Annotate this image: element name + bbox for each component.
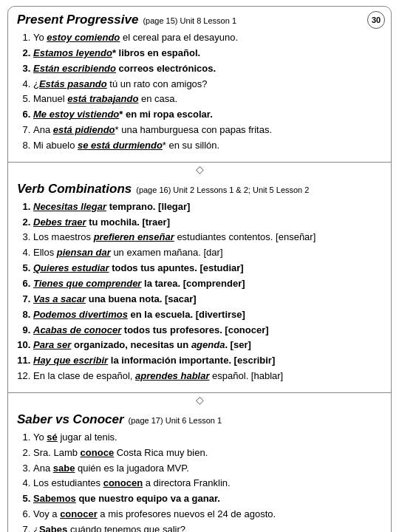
list-item: Acabas de conocer todos tus profesores. …: [33, 324, 382, 338]
item-text: Voy a: [33, 508, 60, 519]
item-text: ¿: [33, 78, 39, 89]
item-text: en la escuela. [divertirse]: [128, 309, 245, 320]
list-item: Vas a sacar una buena nota. [sacar]: [33, 293, 382, 307]
item-text: estudiantes contentos. [enseñar]: [174, 231, 316, 242]
section-2: Saber vs Conocer(page 17) Unit 6 Lesson …: [8, 406, 391, 532]
item-text: todos tus profesores. [conocer]: [121, 324, 268, 335]
item-text: una buena nota. [sacar]: [86, 293, 197, 304]
list-item: Los maestros prefieren enseñar estudiant…: [33, 231, 382, 245]
item-text: Me estoy vistiendo: [33, 109, 119, 120]
list-item: Yo estoy comiendo el cereal para el desa…: [33, 31, 382, 45]
section-meta: (page 17) Unit 6 Lesson 1: [129, 416, 222, 425]
item-text: temprano. [llegar]: [106, 201, 190, 212]
item-text: Para ser: [33, 339, 71, 350]
item-text: está trabajando: [67, 93, 138, 104]
item-text: quién es la jugadora MVP.: [75, 463, 188, 474]
section-header: Verb Combinations(page 16) Unit 2 Lesson…: [17, 182, 382, 197]
list-item: Voy a conocer a mis profesores nuevos el…: [33, 508, 382, 522]
section-list: Necesitas llegar temprano. [llegar]Debes…: [17, 200, 382, 383]
section-title: Saber vs Conocer: [17, 412, 124, 427]
item-text: Sabemos: [33, 493, 76, 504]
item-text: Están escribiendo: [33, 63, 116, 74]
list-item: Hay que escribir la información importan…: [33, 354, 382, 368]
item-text: Estás pasando: [39, 78, 107, 89]
item-text: que nuestro equipo va a ganar.: [76, 493, 220, 504]
item-text: Costa Rica muy bien.: [114, 447, 208, 458]
section-divider: ◇: [8, 163, 391, 176]
item-text: a directora Franklin.: [143, 477, 231, 488]
page-badge: 30: [367, 11, 385, 29]
item-text: estoy comiendo: [47, 32, 120, 43]
item-text: Debes traer: [33, 216, 86, 228]
list-item: Necesitas llegar temprano. [llegar]: [33, 200, 382, 214]
section-header: Present Progressive(page 15) Unit 8 Less…: [17, 13, 382, 27]
item-text: un examen mañana. [dar]: [111, 247, 223, 258]
list-item: Están escribiendo correos electrónicos.: [33, 62, 382, 76]
item-text: se está durmiendo: [78, 140, 163, 151]
section-meta: (page 15) Unit 8 Lesson 1: [143, 16, 236, 25]
item-text: conocen: [103, 477, 143, 488]
item-text: está pidiendo: [53, 124, 115, 135]
item-text: ¿: [33, 524, 39, 532]
item-text: Podemos divertimos: [33, 309, 128, 320]
item-text: correos electrónicos.: [116, 63, 216, 74]
item-text: * libros en español.: [112, 47, 200, 58]
list-item: Manuel está trabajando en casa.: [33, 92, 382, 106]
list-item: Sra. Lamb conoce Costa Rica muy bien.: [33, 446, 382, 460]
item-text: la tarea. [comprender]: [141, 278, 245, 289]
item-text: sé: [47, 432, 57, 443]
section-meta: (page 16) Unit 2 Lessons 1 & 2; Unit 5 L…: [136, 185, 309, 194]
item-text: Sabes: [39, 524, 67, 532]
section-header: Saber vs Conocer(page 17) Unit 6 Lesson …: [17, 412, 382, 427]
item-text: Acabas de conocer: [33, 324, 121, 335]
list-item: Ana sabe quién es la jugadora MVP.: [33, 462, 382, 476]
list-item: Ana está pidiendo* una hamburguesa con p…: [33, 123, 382, 137]
list-item: En la clase de español, aprendes hablar …: [33, 369, 382, 383]
section-divider: ◇: [8, 393, 391, 406]
item-text: Quieres estudiar: [33, 262, 109, 273]
item-text: En la clase de español,: [33, 370, 135, 381]
list-item: Para ser organizado, necesitas un agenda…: [33, 338, 382, 352]
list-item: Mi abuelo se está durmiendo* en su silló…: [33, 139, 382, 153]
item-text: el cereal para el desayuno.: [120, 32, 238, 43]
item-text: jugar al tenis.: [58, 432, 117, 443]
item-text: Vas a sacar: [33, 293, 86, 304]
item-text: * en su sillón.: [163, 140, 219, 151]
section-1: Verb Combinations(page 16) Unit 2 Lesson…: [8, 176, 391, 393]
item-text: Los maestros: [33, 231, 94, 242]
item-text: prefieren enseñar: [94, 231, 174, 242]
list-item: Tienes que comprender la tarea. [compren…: [33, 277, 382, 291]
section-title: Verb Combinations: [17, 182, 132, 197]
section-title: Present Progressive: [17, 13, 138, 27]
list-item: ¿Sabes cuándo tenemos que salir?: [33, 523, 382, 532]
item-text: * una hamburguesa con papas fritas.: [115, 124, 272, 135]
item-text: Hay que escribir: [33, 355, 108, 366]
item-text: * en mi ropa escolar.: [119, 109, 212, 120]
list-item: Yo sé jugar al tenis.: [33, 431, 382, 445]
item-text: organizado, necesitas un: [71, 339, 191, 350]
item-text: tu mochila. [traer]: [86, 216, 170, 228]
list-item: Estamos leyendo* libros en español.: [33, 47, 382, 61]
list-item: Me estoy vistiendo* en mi ropa escolar.: [33, 108, 382, 122]
item-text: agenda: [191, 339, 225, 350]
list-item: Ellos piensan dar un examen mañana. [dar…: [33, 246, 382, 260]
item-text: Los estudiantes: [33, 477, 103, 488]
section-list: Yo estoy comiendo el cereal para el desa…: [17, 31, 382, 153]
list-item: Podemos divertimos en la escuela. [diver…: [33, 308, 382, 322]
item-text: Ana: [33, 124, 53, 135]
list-item: Quieres estudiar todos tus apuntes. [est…: [33, 262, 382, 276]
item-text: Yo: [33, 32, 47, 43]
item-text: Sra. Lamb: [33, 447, 81, 458]
list-item: Sabemos que nuestro equipo va a ganar.: [33, 492, 382, 506]
item-text: tú un rato con amigos?: [107, 78, 208, 89]
item-text: español. [hablar]: [209, 370, 283, 381]
item-text: piensan dar: [57, 247, 111, 258]
item-text: Mi abuelo: [33, 140, 78, 151]
item-text: Estamos leyendo: [33, 47, 112, 58]
item-text: . [ser]: [225, 339, 250, 350]
item-text: cuándo tenemos que salir?: [67, 524, 185, 532]
list-item: ¿Estás pasando tú un rato con amigos?: [33, 78, 382, 92]
item-text: Ana: [33, 463, 53, 474]
item-text: aprendes hablar: [135, 370, 209, 381]
item-text: Yo: [33, 432, 47, 443]
